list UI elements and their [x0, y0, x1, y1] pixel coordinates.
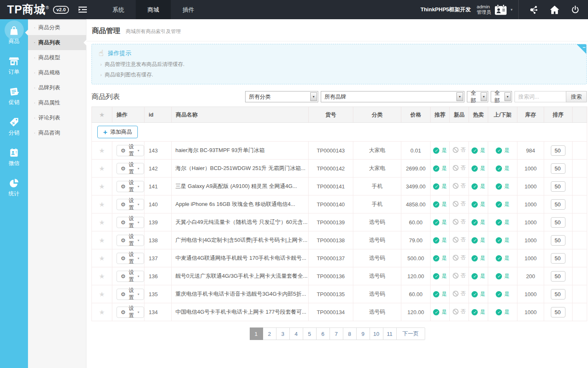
hot-badge[interactable]: 是 — [471, 165, 485, 172]
chevron-down-icon[interactable]: ▼ — [510, 8, 513, 12]
settings-button[interactable]: ⚙ 设置 ▼ — [117, 217, 144, 228]
submenu-item[interactable]: ·商品模型 — [28, 50, 86, 65]
recommend-badge[interactable]: 是 — [433, 255, 447, 262]
page-button[interactable]: 10 — [370, 327, 383, 340]
settings-button[interactable]: ⚙ 设置 ▼ — [117, 271, 144, 282]
recommend-badge[interactable]: 是 — [433, 165, 447, 172]
status-select-2[interactable]: 全部▼ — [491, 91, 512, 102]
onsale-badge[interactable]: 是 — [496, 273, 509, 280]
page-button[interactable]: 2 — [263, 327, 276, 340]
sort-input[interactable] — [551, 145, 565, 156]
onsale-badge[interactable]: 是 — [496, 183, 509, 190]
page-button[interactable]: 7 — [330, 327, 343, 340]
sort-input[interactable] — [551, 163, 565, 174]
onsale-badge[interactable]: 是 — [496, 147, 509, 154]
product-name[interactable]: 广州电信卡|4G定制卡|含50话费|手机卡号码卡|上网卡... — [172, 231, 309, 249]
page-button[interactable]: 3 — [276, 327, 290, 340]
onsale-badge[interactable]: 是 — [496, 255, 509, 262]
new-badge[interactable]: 否 — [453, 183, 466, 190]
settings-button[interactable]: ⚙ 设置 ▼ — [117, 199, 144, 210]
onsale-badge[interactable]: 是 — [496, 219, 509, 226]
hot-badge[interactable]: 是 — [471, 291, 485, 298]
settings-button[interactable]: ⚙ 设置 ▼ — [117, 145, 144, 156]
submenu-item[interactable]: ·商品列表 — [28, 35, 86, 50]
sort-input[interactable] — [551, 307, 565, 317]
user-info[interactable]: admin 管理员 — [477, 4, 492, 15]
product-name[interactable]: 重庆电信手机卡电话卡语音卡选靓号3G4G卡内部5折... — [172, 285, 309, 303]
onsale-badge[interactable]: 是 — [496, 165, 509, 172]
star-icon[interactable]: ★ — [99, 147, 105, 154]
new-badge[interactable]: 否 — [453, 236, 466, 244]
new-badge[interactable]: 否 — [453, 200, 466, 208]
star-icon[interactable]: ★ — [99, 255, 105, 262]
sort-input[interactable] — [551, 235, 565, 246]
new-badge[interactable]: 否 — [453, 290, 466, 297]
hot-badge[interactable]: 是 — [471, 309, 485, 316]
sidebar-item-orders[interactable]: 订单 — [0, 51, 28, 80]
page-button[interactable]: 6 — [317, 327, 330, 340]
hot-badge[interactable]: 是 — [471, 201, 485, 208]
sort-input[interactable] — [551, 181, 565, 192]
sidebar-item-distribution[interactable]: 分销 — [0, 112, 28, 141]
status-select-1[interactable]: 全部▼ — [467, 91, 488, 102]
product-name[interactable]: 海尔（Haier）BCD-251WDGW 251升 无霜两门冰箱... — [172, 160, 309, 178]
settings-button[interactable]: ⚙ 设置 ▼ — [117, 253, 144, 264]
page-button[interactable]: 5 — [303, 327, 317, 340]
sort-input[interactable] — [551, 217, 565, 228]
recommend-badge[interactable]: 是 — [433, 237, 447, 244]
settings-button[interactable]: ⚙ 设置 ▼ — [117, 307, 144, 318]
page-button[interactable]: 8 — [343, 327, 357, 340]
sidebar-item-products[interactable]: 商品 — [0, 20, 28, 50]
settings-button[interactable]: ⚙ 设置 ▼ — [117, 163, 144, 174]
hot-badge[interactable]: 是 — [471, 147, 485, 154]
star-icon[interactable]: ★ — [99, 165, 105, 172]
onsale-badge[interactable]: 是 — [496, 291, 509, 298]
submenu-item[interactable]: ·评论列表 — [28, 110, 86, 125]
sort-input[interactable] — [551, 199, 565, 210]
page-button[interactable]: 9 — [357, 327, 370, 340]
search-input[interactable] — [514, 91, 566, 102]
new-badge[interactable]: 否 — [453, 147, 466, 154]
submenu-item[interactable]: ·商品分类 — [28, 20, 86, 35]
category-select[interactable]: 所有分类▼ — [245, 91, 318, 102]
page-button[interactable]: 11 — [383, 327, 397, 340]
power-icon[interactable] — [571, 5, 580, 14]
submenu-item[interactable]: ·商品咨询 — [28, 125, 86, 140]
sidebar-toggle-icon[interactable] — [78, 6, 87, 13]
recommend-badge[interactable]: 是 — [433, 291, 447, 298]
onsale-badge[interactable]: 是 — [496, 201, 509, 208]
new-badge[interactable]: 否 — [453, 218, 466, 226]
hot-badge[interactable]: 是 — [471, 255, 485, 262]
onsale-badge[interactable]: 是 — [496, 309, 509, 316]
recommend-badge[interactable]: 是 — [433, 309, 447, 316]
hot-badge[interactable]: 是 — [471, 273, 485, 280]
product-name[interactable]: Apple iPhone 6s 16GB 玫瑰金色 移动联通电信4... — [172, 195, 309, 213]
hot-badge[interactable]: 是 — [471, 183, 485, 190]
star-icon[interactable]: ★ — [99, 291, 105, 298]
product-name[interactable]: haier海尔 BC-93TMPF 93升单门冰箱 — [172, 142, 309, 160]
onsale-badge[interactable]: 是 — [496, 237, 509, 244]
star-icon[interactable]: ★ — [99, 183, 105, 190]
star-icon[interactable]: ★ — [99, 273, 105, 280]
search-button[interactable]: 搜索 — [566, 91, 587, 102]
star-icon[interactable]: ★ — [99, 219, 105, 226]
hot-badge[interactable]: 是 — [471, 219, 485, 226]
next-page-button[interactable]: 下一页 — [397, 327, 425, 340]
settings-button[interactable]: ⚙ 设置 ▼ — [117, 181, 144, 192]
recommend-badge[interactable]: 是 — [433, 273, 447, 280]
recommend-badge[interactable]: 是 — [433, 201, 447, 208]
new-badge[interactable]: 否 — [453, 308, 466, 315]
app-logo[interactable]: TP商城® — [0, 2, 49, 17]
settings-button[interactable]: ⚙ 设置 ▼ — [117, 235, 144, 246]
submenu-item[interactable]: ·品牌列表 — [28, 80, 86, 95]
add-product-button[interactable]: + 添加商品 — [97, 126, 138, 138]
sidebar-item-wechat[interactable]: 微信 — [0, 142, 28, 172]
submenu-item[interactable]: ·商品规格 — [28, 65, 86, 80]
product-name[interactable]: 三星 Galaxy A9高配版 (A9100) 精灵黑 全网通4G... — [172, 178, 309, 195]
star-icon[interactable]: ★ — [99, 237, 105, 244]
recommend-badge[interactable]: 是 — [433, 183, 447, 190]
submenu-item[interactable]: ·商品属性 — [28, 95, 86, 110]
recommend-badge[interactable]: 是 — [433, 147, 447, 154]
star-icon[interactable]: ★ — [99, 309, 105, 316]
user-card-icon[interactable] — [494, 4, 507, 15]
